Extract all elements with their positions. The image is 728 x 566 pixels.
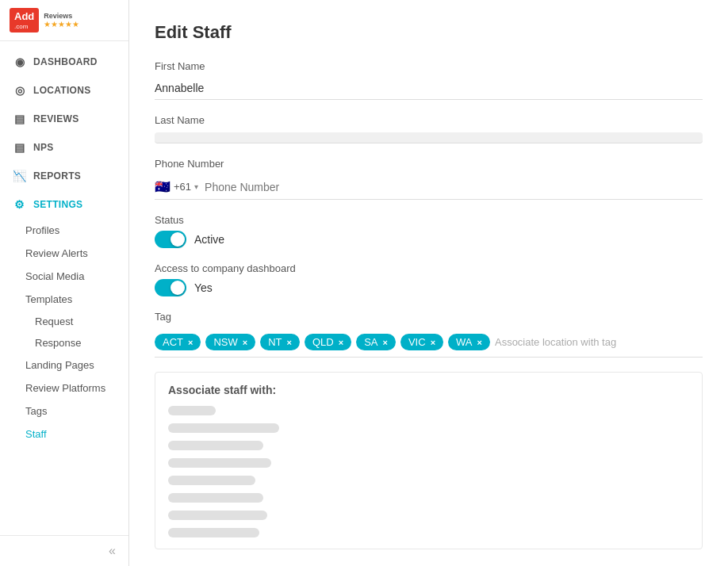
nav-locations-label: LOCATIONS (33, 85, 90, 96)
nav-dashboard-label: DASHBOARD (33, 56, 98, 67)
flag-emoji: 🇦🇺 (155, 179, 171, 194)
nps-icon: ▤ (13, 141, 27, 154)
settings-icon: ⚙ (13, 198, 27, 211)
sidebar-item-profiles[interactable]: Profiles (0, 219, 128, 242)
phone-flag-selector[interactable]: 🇦🇺 +61 ▾ (155, 174, 205, 199)
nav-nps-label: NPS (33, 142, 54, 153)
main-nav: ◉ DASHBOARD ◎ LOCATIONS ▤ REVIEWS ▤ NPS … (0, 41, 128, 535)
sidebar-item-response[interactable]: Response (0, 332, 128, 354)
phone-dropdown-icon: ▾ (194, 182, 198, 191)
status-label: Status (155, 214, 703, 226)
reports-icon: 📉 (13, 170, 27, 182)
phone-code: +61 (174, 181, 191, 193)
tag-chip-nsw: NSW × (205, 334, 255, 350)
nav-reports-label: REPORTS (33, 170, 81, 182)
associate-box: Associate staff with: (155, 372, 703, 549)
first-name-group: First Name (155, 60, 703, 100)
tag-chip-vic: VIC × (400, 334, 443, 350)
nav-dashboard[interactable]: ◉ DASHBOARD (0, 48, 128, 76)
tag-sa-remove[interactable]: × (383, 338, 388, 347)
tag-qld-label: QLD (312, 336, 334, 348)
sidebar: Add.com Reviews ★★★★★ ◉ DASHBOARD ◎ LOCA… (0, 0, 129, 566)
last-name-group: Last Name (155, 114, 703, 143)
associate-title: Associate staff with: (168, 384, 689, 396)
dashboard-toggle[interactable] (155, 279, 186, 296)
nav-nps[interactable]: ▤ NPS (0, 133, 128, 162)
tag-chip-sa: SA × (356, 334, 396, 350)
logo-box: Add.com (10, 8, 39, 33)
tag-nsw-label: NSW (213, 336, 237, 348)
blurred-item-8 (168, 528, 259, 537)
tag-wa-remove[interactable]: × (477, 338, 482, 347)
sidebar-item-social-media[interactable]: Social Media (0, 265, 128, 288)
last-name-input[interactable] (155, 132, 703, 143)
tag-chip-wa: WA × (448, 334, 490, 350)
tags-row[interactable]: ACT × NSW × NT × QLD × SA × VIC × (155, 327, 703, 358)
tag-act-remove[interactable]: × (188, 338, 193, 347)
tag-vic-label: VIC (408, 336, 426, 348)
nav-settings[interactable]: ⚙ SETTINGS (0, 190, 128, 219)
tag-label: Tag (155, 311, 703, 323)
nav-locations[interactable]: ◎ LOCATIONS (0, 76, 128, 105)
settings-subnav: Profiles Review Alerts Social Media Temp… (0, 219, 128, 446)
blurred-list (168, 406, 689, 537)
logo-stars: ★★★★★ (44, 20, 79, 29)
last-name-label: Last Name (155, 114, 703, 126)
tag-chip-act: ACT × (155, 334, 201, 350)
blurred-item-3 (168, 441, 263, 450)
tag-qld-remove[interactable]: × (339, 338, 343, 347)
status-toggle-row: Active (155, 231, 703, 248)
tag-chip-nt: NT × (260, 334, 300, 350)
sidebar-item-review-platforms[interactable]: Review Platforms (0, 377, 128, 400)
dashboard-toggle-row: Yes (155, 279, 703, 296)
blurred-item-7 (168, 511, 267, 520)
dashboard-access-label: Access to company dashboard (155, 262, 703, 274)
dashboard-icon: ◉ (13, 55, 27, 68)
logo-reviews: Reviews (44, 12, 79, 20)
nav-reviews[interactable]: ▤ REVIEWS (0, 105, 128, 133)
tag-nsw-remove[interactable]: × (243, 338, 247, 347)
status-toggle-thumb (171, 232, 185, 247)
blurred-item-4 (168, 458, 271, 468)
blurred-item-1 (168, 406, 216, 415)
tag-group: Tag ACT × NSW × NT × QLD × SA × (155, 311, 703, 358)
blurred-item-6 (168, 493, 263, 503)
tag-chip-qld: QLD × (305, 334, 351, 350)
phone-label: Phone Number (155, 158, 703, 170)
locations-icon: ◎ (13, 84, 27, 97)
status-group: Status Active (155, 214, 703, 248)
reviews-icon: ▤ (13, 113, 27, 125)
sidebar-item-landing-pages[interactable]: Landing Pages (0, 354, 128, 377)
dashboard-toggle-track (155, 279, 186, 296)
dashboard-toggle-label: Yes (194, 281, 213, 294)
status-toggle-track (155, 231, 186, 248)
sidebar-item-templates[interactable]: Templates (0, 288, 128, 311)
tag-placeholder: Associate location with tag (495, 336, 616, 348)
sidebar-item-staff[interactable]: Staff (0, 423, 128, 446)
status-toggle[interactable] (155, 231, 186, 248)
blurred-item-5 (168, 476, 255, 485)
first-name-label: First Name (155, 60, 703, 72)
first-name-input[interactable] (155, 77, 703, 100)
nav-reviews-label: REVIEWS (33, 113, 79, 124)
nav-reports[interactable]: 📉 REPORTS (0, 162, 128, 190)
tag-wa-label: WA (456, 336, 472, 348)
main-content: Edit Staff First Name Last Name Phone Nu… (129, 0, 728, 566)
status-toggle-label: Active (194, 233, 224, 246)
phone-input[interactable] (205, 176, 703, 198)
phone-group: Phone Number 🇦🇺 +61 ▾ (155, 158, 703, 200)
tag-act-label: ACT (163, 336, 183, 348)
sidebar-item-tags[interactable]: Tags (0, 400, 128, 423)
logo: Add.com Reviews ★★★★★ (0, 0, 128, 41)
tag-vic-remove[interactable]: × (431, 338, 435, 347)
tag-sa-label: SA (364, 336, 377, 348)
sidebar-item-request[interactable]: Request (0, 311, 128, 332)
sidebar-item-review-alerts[interactable]: Review Alerts (0, 242, 128, 265)
tag-nt-remove[interactable]: × (287, 338, 292, 347)
dashboard-toggle-thumb (171, 281, 185, 295)
phone-row: 🇦🇺 +61 ▾ (155, 174, 703, 200)
dashboard-access-group: Access to company dashboard Yes (155, 262, 703, 296)
collapse-button[interactable]: « (0, 535, 128, 566)
blurred-item-2 (168, 423, 279, 433)
tag-nt-label: NT (268, 336, 282, 348)
